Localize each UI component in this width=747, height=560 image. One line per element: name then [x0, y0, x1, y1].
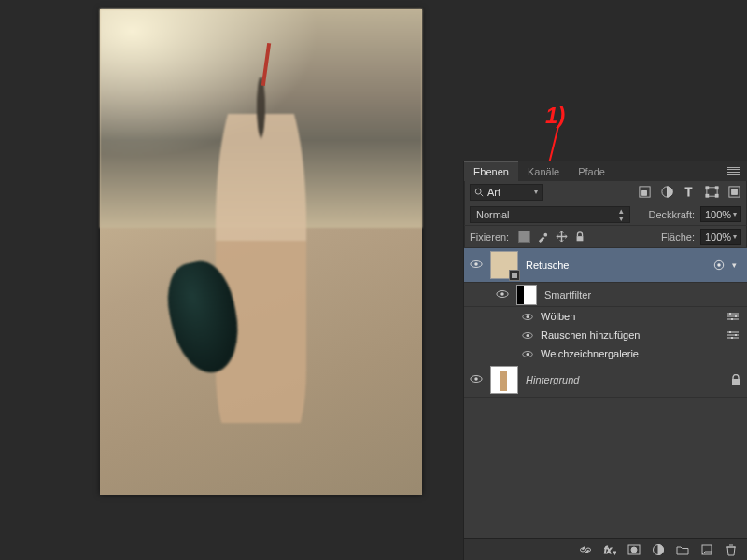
layer-row-retusche[interactable]: Retusche ▾	[464, 248, 747, 283]
filter-kind-label: Art	[487, 187, 500, 198]
lock-image-icon[interactable]	[537, 231, 549, 243]
svg-rect-14	[577, 236, 584, 241]
svg-line-1	[481, 193, 484, 196]
visibility-toggle[interactable]	[470, 374, 483, 385]
search-icon	[474, 188, 484, 197]
filter-name: Rauschen hinzufügen	[541, 329, 640, 341]
expand-toggle[interactable]: ▾	[732, 260, 741, 270]
layer-mask-icon[interactable]	[627, 543, 641, 556]
svg-point-47	[631, 547, 637, 553]
opacity-field[interactable]: 100%▾	[700, 206, 741, 222]
new-layer-icon[interactable]	[700, 543, 713, 556]
filter-link-icon[interactable]	[713, 259, 725, 271]
fill-value: 100%	[705, 231, 731, 243]
delete-layer-icon[interactable]	[725, 543, 738, 556]
svg-rect-12	[732, 189, 738, 195]
lock-transparent-icon[interactable]	[518, 231, 530, 243]
svg-rect-26	[729, 313, 731, 315]
layers-list: Retusche ▾ Smartfilter Wölben Rauschen h…	[464, 248, 747, 538]
eye-icon	[470, 259, 483, 269]
annotation-label: 1)	[545, 103, 565, 129]
svg-rect-28	[731, 318, 733, 320]
layer-row-hintergrund[interactable]: Hintergrund	[464, 363, 747, 398]
filter-name: Wölben	[541, 311, 575, 322]
svg-rect-8	[715, 187, 718, 189]
smartfilter-label: Smartfilter	[544, 289, 591, 301]
svg-rect-27	[735, 315, 737, 317]
svg-point-38	[527, 353, 529, 356]
svg-point-18	[717, 263, 720, 266]
tab-layers[interactable]: Ebenen	[464, 161, 518, 181]
layer-style-icon[interactable]: fx▾	[603, 543, 616, 556]
svg-rect-10	[715, 194, 718, 197]
svg-point-40	[474, 377, 478, 381]
svg-text:▾: ▾	[613, 550, 616, 555]
eye-icon	[496, 289, 509, 299]
filter-shape-icon[interactable]	[705, 185, 719, 199]
smartfilter-mask-thumbnail[interactable]	[516, 285, 537, 305]
tab-channels[interactable]: Kanäle	[518, 162, 569, 181]
document-canvas[interactable]	[100, 9, 422, 495]
group-icon[interactable]	[676, 543, 689, 556]
visibility-toggle[interactable]	[496, 289, 509, 301]
visibility-toggle[interactable]	[470, 259, 483, 271]
adjustment-layer-icon[interactable]	[652, 543, 665, 556]
blend-opacity-row: Normal ▴▾ Deckkraft: 100%▾	[464, 203, 747, 226]
filter-options-icon[interactable]	[726, 312, 740, 321]
filter-type-icon[interactable]: T	[683, 185, 697, 199]
layer-name[interactable]: Hintergrund	[526, 374, 723, 385]
svg-rect-36	[731, 337, 733, 339]
eye-icon[interactable]	[522, 313, 533, 321]
lock-all-icon[interactable]	[574, 231, 585, 243]
lock-fill-row: Fixieren: Fläche: 100%▾	[464, 226, 747, 248]
svg-point-20	[500, 292, 504, 296]
svg-text:fx: fx	[604, 545, 613, 555]
opacity-label: Deckkraft:	[648, 209, 695, 220]
filter-row[interactable]: Wölben	[464, 307, 747, 326]
filter-options-icon[interactable]	[726, 330, 740, 340]
svg-rect-35	[735, 334, 737, 336]
eye-icon[interactable]	[522, 350, 533, 358]
svg-text:T: T	[685, 186, 693, 199]
svg-rect-7	[706, 187, 709, 189]
lock-position-icon[interactable]	[556, 231, 568, 243]
filter-adjustment-icon[interactable]	[660, 185, 674, 199]
panel-menu-icon[interactable]	[726, 163, 741, 178]
link-layers-icon[interactable]	[579, 543, 592, 556]
eye-icon	[470, 374, 483, 384]
blend-mode-value: Normal	[476, 209, 509, 220]
layers-panel: Ebenen Kanäle Pfade Art ▾ T Normal ▴▾ De…	[463, 161, 747, 560]
panel-bottom-bar: fx▾	[464, 538, 747, 560]
tab-paths[interactable]: Pfade	[569, 162, 614, 181]
svg-rect-3	[642, 191, 647, 196]
svg-point-30	[527, 334, 529, 337]
filter-pixel-icon[interactable]	[638, 185, 652, 199]
lock-icon	[730, 374, 741, 385]
svg-point-13	[544, 233, 548, 237]
fill-label: Fläche:	[661, 231, 695, 243]
layer-filter-row: Art ▾ T	[464, 181, 747, 203]
svg-rect-41	[732, 379, 740, 385]
filter-row[interactable]: Rauschen hinzufügen	[464, 326, 747, 344]
blend-mode-select[interactable]: Normal ▴▾	[470, 206, 630, 223]
filter-smartobject-icon[interactable]	[727, 185, 741, 199]
smart-object-badge-icon	[509, 270, 520, 281]
filter-name: Weichzeichnergalerie	[541, 348, 639, 359]
filter-row[interactable]: Weichzeichnergalerie	[464, 344, 747, 363]
svg-rect-34	[729, 331, 731, 333]
layer-thumbnail[interactable]	[490, 366, 518, 394]
eye-icon[interactable]	[522, 331, 533, 340]
fill-field[interactable]: 100%▾	[700, 229, 741, 245]
layer-filter-kind[interactable]: Art ▾	[470, 184, 543, 201]
opacity-value: 100%	[705, 209, 731, 220]
panel-tabs: Ebenen Kanäle Pfade	[464, 161, 747, 181]
smartfilter-row[interactable]: Smartfilter	[464, 283, 747, 307]
svg-point-0	[475, 189, 481, 194]
layer-name[interactable]: Retusche	[526, 259, 706, 271]
svg-point-16	[474, 262, 478, 266]
layer-thumbnail[interactable]	[490, 251, 518, 279]
svg-point-22	[527, 315, 529, 318]
svg-rect-9	[706, 194, 709, 197]
lock-label: Fixieren:	[470, 231, 509, 243]
